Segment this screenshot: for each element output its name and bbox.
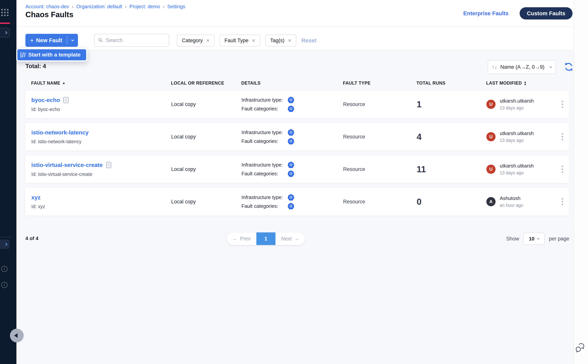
filter-chip-tags[interactable]: Tag(s) × <box>265 35 296 46</box>
filter-chips: Category × Fault Type × Tag(s) × <box>177 35 296 46</box>
breadcrumb-project[interactable]: Project: demo <box>129 4 160 10</box>
enterprise-faults-link[interactable]: Enterprise Faults <box>463 7 509 20</box>
filter-chip-fault-type[interactable]: Fault Type × <box>220 35 260 46</box>
fault-id: Id: byoc-echo <box>31 107 171 112</box>
show-label: Show <box>506 236 519 242</box>
info-icon[interactable]: i <box>1 282 7 288</box>
local-or-reference-value: Local copy <box>171 166 242 172</box>
refresh-button[interactable] <box>564 62 574 72</box>
fault-name-cell: byoc-echo Id: byoc-echo <box>31 97 171 112</box>
local-or-reference-value: Local copy <box>171 134 242 140</box>
menu-item-label: Start with a template <box>28 52 81 58</box>
details-cell: Infrastructure type: Fault categories: <box>242 129 343 144</box>
sort-asc-icon: ▲ <box>62 81 65 85</box>
document-icon[interactable] <box>106 162 111 169</box>
kubernetes-icon <box>288 170 294 177</box>
fault-type-value: Resource <box>343 166 417 172</box>
per-page-control: Show 10 per page <box>506 232 569 245</box>
kebab-menu-icon[interactable] <box>556 101 569 108</box>
fault-id: Id: xyz <box>31 204 171 209</box>
column-label: FAULT TYPE <box>343 81 371 86</box>
close-icon[interactable]: × <box>288 37 291 44</box>
kebab-menu-icon[interactable] <box>556 166 569 173</box>
close-icon[interactable]: × <box>206 37 210 44</box>
search-icon <box>98 37 103 43</box>
chevron-right-icon <box>4 31 7 34</box>
new-fault-button[interactable]: + New Fault <box>26 34 67 47</box>
total-runs-value: 4 <box>417 132 486 142</box>
per-page-label: per page <box>549 236 569 242</box>
last-modified-cell: U utkarsh.utkarsh 13 days ago <box>486 130 556 143</box>
document-icon[interactable] <box>63 97 69 104</box>
per-page-value: 10 <box>529 236 534 242</box>
search-box[interactable] <box>94 34 169 47</box>
table-row[interactable]: istio-network-latency Id: istio-network-… <box>25 123 569 151</box>
filter-chip-label: Tag(s) <box>270 38 284 44</box>
chat-bubbles-icon <box>575 343 585 353</box>
pager: ← Prev 1 Next → <box>227 232 305 245</box>
fault-name-link[interactable]: istio-virtual-service-create <box>31 162 103 168</box>
filter-chip-category[interactable]: Category × <box>177 35 215 46</box>
last-modified-cell: A Ashutosh an hour ago <box>486 195 556 208</box>
column-label: TOTAL RUNS <box>417 81 445 86</box>
app-grid-icon[interactable] <box>1 9 14 16</box>
next-page-button[interactable]: Next → <box>275 232 305 245</box>
local-or-reference-value: Local copy <box>171 101 242 107</box>
info-icon[interactable]: i <box>1 266 7 272</box>
custom-faults-button[interactable]: Custom Faults <box>520 7 573 20</box>
scrollbar-gutter[interactable] <box>574 0 588 364</box>
breadcrumb-settings[interactable]: Settings <box>167 4 185 10</box>
pagination-bar: 4 of 4 ← Prev 1 Next → Show 10 per page <box>25 232 569 245</box>
infrastructure-type-label: Infrastructure type: <box>242 130 288 135</box>
sidebar-bottom-expand-button[interactable] <box>0 240 10 249</box>
column-local-or-reference: LOCAL OR REFERENCE <box>171 81 241 86</box>
details-cell: Infrastructure type: Fault categories: <box>242 97 343 112</box>
sort-arrows-icon: ↑↓ <box>492 64 497 70</box>
column-fault-type: FAULT TYPE <box>343 81 417 86</box>
new-fault-dropdown-button[interactable] <box>67 34 78 47</box>
table-row[interactable]: byoc-echo Id: byoc-echo Local copy Infra… <box>25 90 569 118</box>
kebab-menu-icon[interactable] <box>556 198 569 205</box>
column-last-modified[interactable]: LAST MODIFIED ▲▼ <box>486 81 556 86</box>
kubernetes-icon <box>288 162 294 168</box>
table-header-row: FAULT NAME ▲ LOCAL OR REFERENCE DETAILS … <box>25 77 569 89</box>
prev-page-button[interactable]: ← Prev <box>227 232 256 245</box>
total-runs-value: 11 <box>417 164 486 174</box>
chevron-right-icon: › <box>125 4 127 9</box>
column-fault-name[interactable]: FAULT NAME ▲ <box>31 81 171 86</box>
triangle-left-icon <box>14 333 18 338</box>
breadcrumb-account[interactable]: Account: chaos-dev <box>26 4 69 10</box>
table-row[interactable]: xyz Id: xyz Local copy Infrastructure ty… <box>25 188 569 216</box>
kebab-menu-icon[interactable] <box>556 133 569 140</box>
modified-time: 13 days ago <box>500 105 534 110</box>
avatar: U <box>486 165 496 174</box>
fault-name-link[interactable]: istio-network-latency <box>31 129 89 136</box>
sidebar-collapse-handle[interactable] <box>10 329 24 342</box>
fault-categories-label: Fault categories: <box>242 171 288 177</box>
arrow-left-icon: ← <box>233 236 238 242</box>
start-with-template-menu-item[interactable]: Start with a template <box>17 49 86 60</box>
new-fault-menu: Start with a template <box>16 48 87 61</box>
chevron-down-icon <box>71 39 74 41</box>
close-icon[interactable]: × <box>252 37 255 44</box>
table-row[interactable]: istio-virtual-service-create Id: istio-v… <box>25 155 569 183</box>
fault-name-link[interactable]: xyz <box>31 194 40 201</box>
sort-select[interactable]: ↑↓ Name (A→Z, 0→9) <box>488 60 556 74</box>
sort-select-value: Name (A→Z, 0→9) <box>500 64 547 70</box>
fault-name-link[interactable]: byoc-echo <box>31 97 60 103</box>
page-1-button[interactable]: 1 <box>256 232 275 245</box>
chevron-right-icon <box>4 243 7 246</box>
sidebar-expand-button[interactable] <box>0 28 10 37</box>
breadcrumb-organization[interactable]: Organization: default <box>76 4 122 10</box>
faults-table: FAULT NAME ▲ LOCAL OR REFERENCE DETAILS … <box>25 77 569 220</box>
template-icon <box>20 52 25 58</box>
search-input[interactable] <box>106 37 165 43</box>
reset-filters-link[interactable]: Reset <box>301 35 317 46</box>
modified-time: an hour ago <box>500 203 523 208</box>
modified-by-user: utkarsh.utkarsh <box>500 130 534 136</box>
fault-categories-label: Fault categories: <box>242 138 288 144</box>
per-page-select[interactable]: 10 <box>523 233 545 245</box>
left-nav-rail: i i <box>0 0 16 364</box>
new-fault-split-button[interactable]: + New Fault <box>26 34 78 47</box>
chat-support-button[interactable] <box>575 343 585 353</box>
